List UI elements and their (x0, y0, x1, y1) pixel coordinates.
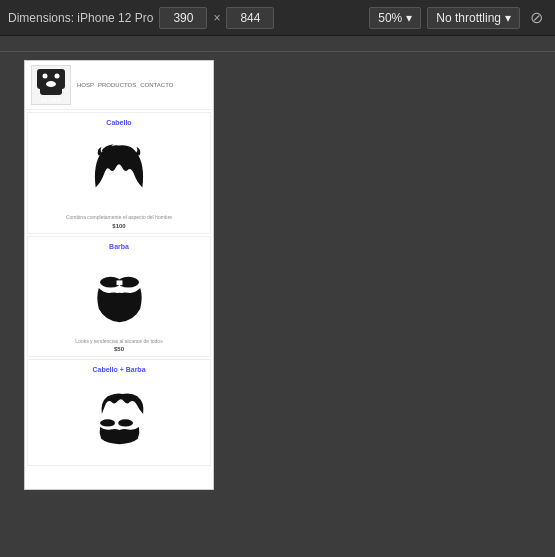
hair-icon (84, 135, 154, 205)
product-price-barba: $50 (32, 346, 206, 352)
throttling-button[interactable]: No throttling ▾ (427, 7, 520, 29)
width-input[interactable] (159, 7, 207, 29)
logo-text: ALORA (32, 97, 70, 103)
combo-icon (87, 388, 152, 446)
product-image-combo (32, 377, 206, 457)
rotate-button[interactable]: ⊘ (526, 6, 547, 29)
vertical-ruler (0, 52, 16, 557)
site-header: ALORA HOSP PRODUCTOS CONTACTO (25, 61, 213, 110)
nav-productos[interactable]: PRODUCTOS (98, 82, 136, 88)
zoom-label: 50% (378, 11, 402, 25)
products-grid: Cabello Combina completamente el aspecto… (25, 110, 213, 488)
product-image-barba (32, 254, 206, 334)
toolbar: Dimensions: iPhone 12 Pro × 50% ▾ No thr… (0, 0, 555, 36)
dimension-separator: × (213, 11, 220, 25)
nav-links: HOSP PRODUCTOS CONTACTO (77, 82, 173, 88)
throttling-chevron-icon: ▾ (505, 11, 511, 25)
phone-container: ALORA HOSP PRODUCTOS CONTACTO Cabello (16, 52, 555, 557)
svg-point-10 (117, 419, 132, 426)
svg-point-8 (108, 292, 129, 318)
nav-hosp[interactable]: HOSP (77, 82, 94, 88)
product-title-barba: Barba (32, 243, 206, 250)
product-card-cabello[interactable]: Cabello Combina completamente el aspecto… (27, 112, 211, 234)
zoom-button[interactable]: 50% ▾ (369, 7, 421, 29)
svg-rect-11 (114, 421, 118, 425)
product-desc-cabello: Combina completamente el aspecto del hom… (32, 214, 206, 221)
horizontal-ruler (0, 36, 555, 52)
device-selector[interactable]: Dimensions: iPhone 12 Pro (8, 11, 153, 25)
rotate-icon: ⊘ (530, 9, 543, 26)
product-title-combo: Cabello + Barba (32, 366, 206, 373)
svg-point-3 (55, 74, 60, 79)
svg-rect-7 (116, 280, 122, 285)
zoom-chevron-icon: ▾ (406, 11, 412, 25)
nav-contacto[interactable]: CONTACTO (140, 82, 173, 88)
beard-icon (87, 259, 152, 329)
product-title-cabello: Cabello (32, 119, 206, 126)
product-image-cabello (32, 130, 206, 210)
throttling-label: No throttling (436, 11, 501, 25)
site-logo: ALORA (31, 65, 71, 105)
product-card-combo[interactable]: Cabello + Barba (27, 359, 211, 466)
height-input[interactable] (226, 7, 274, 29)
product-card-barba[interactable]: Barba Looks y tendenci (27, 236, 211, 358)
svg-point-4 (46, 81, 56, 87)
phone-frame: ALORA HOSP PRODUCTOS CONTACTO Cabello (24, 60, 214, 490)
main-area: ALORA HOSP PRODUCTOS CONTACTO Cabello (0, 52, 555, 557)
product-desc-barba: Looks y tendencias al alcance de todos (32, 338, 206, 345)
product-price-cabello: $100 (32, 223, 206, 229)
svg-point-9 (100, 419, 115, 426)
svg-point-2 (43, 74, 48, 79)
